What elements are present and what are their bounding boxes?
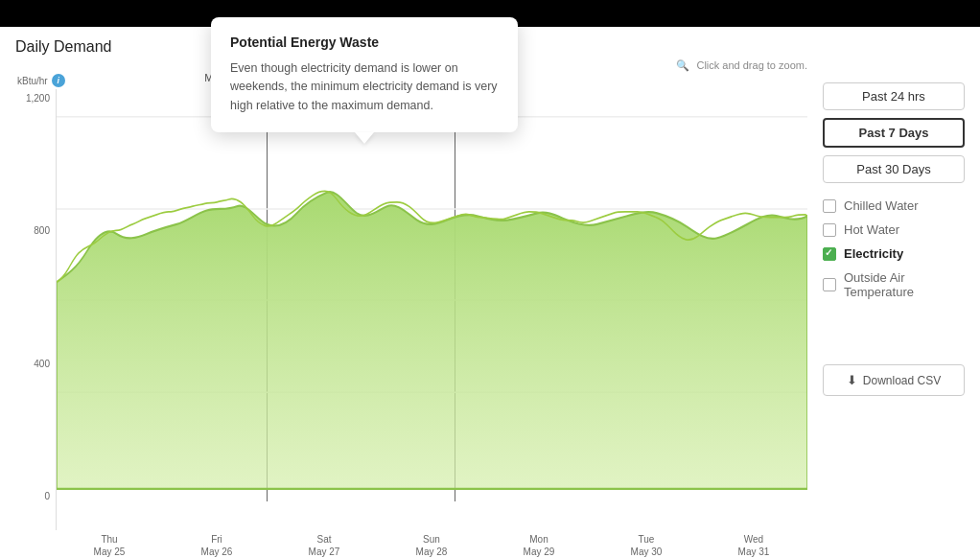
x-axis: ThuMay 25 FriMay 26 SatMay 27 SunMay 28 … bbox=[15, 533, 807, 558]
y-tick-1200: 1,200 bbox=[26, 93, 50, 104]
chart-area: 🔍 Click and drag to zoom. kBtu/hr i 1,20… bbox=[15, 59, 965, 558]
outside-air-temp-label: Outside Air Temperature bbox=[844, 270, 965, 299]
y-tick-400: 400 bbox=[34, 359, 50, 369]
electricity-label: Electricity bbox=[844, 246, 903, 261]
chart-wrapper[interactable]: 1,200 800 400 0 Maximum Energy Demand Ba… bbox=[15, 89, 807, 530]
zoom-icon: 🔍 bbox=[676, 59, 689, 71]
y-tick-0: 0 bbox=[44, 491, 50, 501]
legend-electricity[interactable]: Electricity bbox=[823, 246, 965, 261]
download-csv-button[interactable]: ⬇ Download CSV bbox=[823, 364, 965, 396]
x-label-tue: TueMay 30 bbox=[593, 533, 700, 558]
chilled-water-label: Chilled Water bbox=[844, 198, 919, 213]
past-7-days-button[interactable]: Past 7 Days bbox=[823, 118, 965, 148]
tooltip-body: Even though electricity demand is lower … bbox=[230, 59, 499, 115]
chart-svg bbox=[57, 89, 807, 530]
past-24-hrs-button[interactable]: Past 24 hrs bbox=[823, 82, 965, 110]
chart-plot[interactable]: Maximum Energy Demand Baseline Energy De… bbox=[56, 89, 807, 530]
chart-section: 🔍 Click and drag to zoom. kBtu/hr i 1,20… bbox=[15, 59, 807, 558]
y-axis-label: kBtu/hr bbox=[17, 76, 48, 86]
electricity-checkbox[interactable] bbox=[823, 247, 836, 261]
tooltip-title: Potential Energy Waste bbox=[230, 35, 499, 50]
legend-hot-water[interactable]: Hot Water bbox=[823, 222, 965, 237]
outside-air-temp-checkbox[interactable] bbox=[823, 278, 836, 291]
past-30-days-button[interactable]: Past 30 Days bbox=[823, 155, 965, 183]
x-label-fri: FriMay 26 bbox=[163, 533, 270, 558]
zoom-hint: 🔍 Click and drag to zoom. bbox=[676, 59, 807, 72]
hot-water-checkbox[interactable] bbox=[823, 223, 836, 237]
tooltip-popup: Potential Energy Waste Even though elect… bbox=[211, 17, 518, 132]
x-label-thu: ThuMay 25 bbox=[56, 533, 163, 558]
y-axis: 1,200 800 400 0 bbox=[15, 89, 56, 530]
info-icon[interactable]: i bbox=[52, 74, 65, 87]
x-label-wed: WedMay 31 bbox=[700, 533, 807, 558]
x-label-sun: SunMay 28 bbox=[378, 533, 485, 558]
chilled-water-checkbox[interactable] bbox=[823, 199, 836, 213]
hot-water-label: Hot Water bbox=[844, 222, 899, 237]
y-tick-800: 800 bbox=[34, 225, 50, 236]
legend-chilled-water[interactable]: Chilled Water bbox=[823, 198, 965, 213]
legend-outside-air-temp[interactable]: Outside Air Temperature bbox=[823, 270, 965, 299]
sidebar: Past 24 hrs Past 7 Days Past 30 Days Chi… bbox=[823, 59, 965, 558]
legend-section: Chilled Water Hot Water Electricity Outs… bbox=[823, 198, 965, 299]
download-icon: ⬇ bbox=[847, 373, 857, 387]
x-label-mon: MonMay 29 bbox=[485, 533, 593, 558]
x-label-sat: SatMay 27 bbox=[270, 533, 378, 558]
